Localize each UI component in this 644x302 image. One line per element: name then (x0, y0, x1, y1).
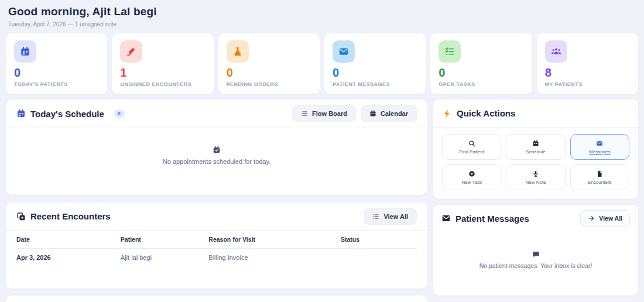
search-icon (468, 140, 475, 147)
quick-actions-grid: Find Patient Schedule Mes (433, 128, 638, 197)
plus-circle-icon (468, 170, 475, 177)
calendar-icon (14, 40, 36, 63)
patient-messages-header: Patient Messages View All (433, 205, 638, 232)
column-header-date: Date (16, 231, 121, 248)
calendar-icon (532, 140, 539, 147)
view-all-messages-label: View All (599, 215, 622, 222)
list-icon (301, 110, 308, 117)
new-task-label: New Task (461, 180, 482, 185)
recent-encounters-panel: Recent Encounters View All Date Patient … (6, 203, 427, 289)
envelope-icon (596, 140, 603, 147)
flow-board-label: Flow Board (312, 110, 347, 117)
envelope-icon (333, 40, 355, 63)
new-note-button[interactable]: New Note (506, 164, 565, 190)
microphone-icon (532, 170, 539, 177)
schedule-empty-message: No appointments scheduled for today. (163, 158, 270, 165)
encounters-table: Date Patient Reason for Visit Status Apr… (6, 231, 427, 266)
quick-actions-title-group: Quick Actions (443, 108, 515, 118)
new-note-label: New Note (525, 180, 546, 185)
view-all-encounters-button[interactable]: View All (364, 208, 417, 225)
checklist-icon (439, 40, 461, 63)
schedule-title-group: Today's Schedule 0 (16, 109, 125, 119)
schedule-count-badge: 0 (114, 109, 125, 118)
stat-value: 1 (120, 67, 205, 78)
page-subtitle: Tuesday, April 7, 2026 — 1 unsigned note (8, 21, 157, 28)
column-header-patient: Patient (121, 231, 208, 248)
users-icon (545, 40, 567, 63)
recent-encounters-title: Recent Encounters (30, 211, 111, 221)
stat-value: 0 (439, 67, 523, 78)
column-header-reason: Reason for Visit (208, 231, 341, 248)
document-icon (596, 170, 603, 177)
flask-icon (227, 40, 249, 63)
page-title: Good morning, Ajit Lal begi (8, 5, 157, 18)
stat-label: PENDING ORDERS (227, 81, 311, 87)
stats-row: 0 TODAY'S PATIENTS 1 UNSIGNED ENCOUNTERS… (6, 33, 638, 90)
calendar-view-label: Calendar (381, 110, 408, 117)
recent-encounters-title-group: Recent Encounters (16, 211, 111, 221)
quick-actions-title: Quick Actions (457, 108, 515, 118)
encounter-status (341, 252, 417, 263)
quick-actions-panel: Quick Actions Find Patient Sch (433, 99, 638, 199)
recent-encounters-header: Recent Encounters View All (6, 203, 427, 231)
patient-messages-title-group: Patient Messages (441, 214, 529, 224)
stat-card-open-tasks[interactable]: 0 OPEN TASKS (430, 33, 532, 94)
arrow-right-icon (588, 215, 595, 222)
stat-value: 0 (14, 67, 99, 78)
patient-messages-title: Patient Messages (455, 214, 529, 224)
page-header: Good morning, Ajit Lal begi Tuesday, Apr… (8, 5, 157, 28)
calendar-check-icon (213, 146, 221, 154)
stat-value: 0 (227, 67, 311, 78)
calendar-icon (369, 110, 376, 117)
partial-card-bottom (6, 296, 427, 302)
messages-empty-message: No patient messages. Your inbox is clear… (479, 262, 592, 269)
lightning-bolt-icon (443, 109, 452, 118)
patient-messages-panel: Patient Messages View All No patient mes… (433, 205, 638, 296)
view-all-encounters-label: View All (383, 213, 408, 220)
stat-label: OPEN TASKS (439, 81, 523, 87)
schedule-panel-header: Today's Schedule 0 Flow Board (6, 99, 427, 128)
stat-card-patient-messages[interactable]: 0 PATIENT MESSAGES (324, 33, 426, 94)
stat-value: 8 (545, 67, 630, 78)
envelope-icon (441, 214, 451, 223)
view-all-messages-button[interactable]: View All (580, 210, 630, 227)
chat-bubble-icon (532, 250, 540, 258)
signature-icon (120, 40, 142, 63)
schedule-empty-state: No appointments scheduled for today. (6, 128, 427, 165)
find-patient-button[interactable]: Find Patient (442, 134, 501, 160)
schedule-button[interactable]: Schedule (506, 134, 565, 160)
messages-label: Messages (589, 149, 610, 155)
messages-empty-state: No patient messages. Your inbox is clear… (433, 232, 638, 269)
new-task-button[interactable]: New Task (442, 164, 501, 190)
table-row[interactable]: Apr 3, 2026 Ajit lal begi Billing Invoic… (16, 249, 417, 266)
encounter-reason: Billing Invoice (208, 249, 341, 266)
schedule-label: Schedule (526, 149, 545, 155)
find-patient-label: Find Patient (459, 149, 484, 155)
stat-label: MY PATIENTS (545, 81, 630, 87)
copy-plus-icon (16, 212, 26, 221)
encounters-table-header: Date Patient Reason for Visit Status (16, 231, 417, 249)
flow-board-button[interactable]: Flow Board (292, 105, 356, 122)
quick-actions-header: Quick Actions (433, 99, 638, 128)
encounters-label: Encounters (588, 180, 611, 185)
column-header-status: Status (341, 231, 417, 248)
calendar-view-button[interactable]: Calendar (361, 105, 417, 122)
stat-label: UNSIGNED ENCOUNTERS (120, 81, 205, 87)
list-icon (372, 213, 379, 220)
stat-card-unsigned-encounters[interactable]: 1 UNSIGNED ENCOUNTERS (112, 33, 213, 94)
stat-card-pending-orders[interactable]: 0 PENDING ORDERS (218, 33, 320, 94)
stat-card-todays-patients[interactable]: 0 TODAY'S PATIENTS (6, 33, 107, 94)
stat-label: PATIENT MESSAGES (333, 81, 417, 87)
encounter-date: Apr 3, 2026 (16, 249, 121, 266)
encounters-button[interactable]: Encounters (570, 164, 629, 190)
encounter-patient: Ajit lal begi (121, 249, 208, 266)
messages-button[interactable]: Messages (570, 134, 629, 160)
stat-card-my-patients[interactable]: 8 MY PATIENTS (537, 33, 638, 94)
stat-value: 0 (333, 67, 417, 78)
todays-schedule-panel: Today's Schedule 0 Flow Board (6, 99, 427, 195)
stat-label: TODAY'S PATIENTS (14, 81, 99, 87)
schedule-title: Today's Schedule (30, 109, 104, 119)
calendar-icon (16, 109, 26, 118)
